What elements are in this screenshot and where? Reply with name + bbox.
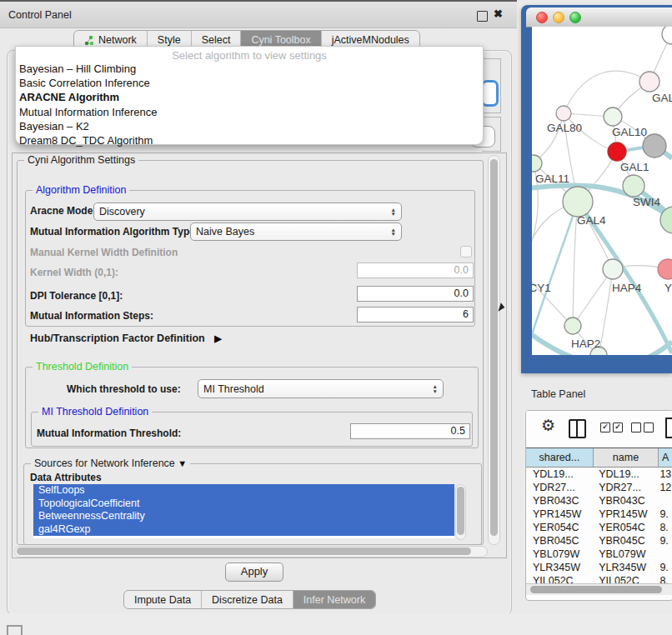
list-item[interactable]: gal4RGexp xyxy=(33,523,454,537)
which-threshold-select[interactable]: MI Threshold ▲▼ xyxy=(198,379,444,398)
deselect-checkbox-icon[interactable] xyxy=(631,422,641,432)
node-gal4[interactable] xyxy=(563,187,593,217)
select-all-checkbox-icon-2[interactable]: ✓ xyxy=(613,422,623,432)
table-panel-title: Table Panel xyxy=(531,388,585,400)
network-window-titlebar[interactable] xyxy=(526,8,672,28)
network-canvas[interactable]: GAL GAL80 GAL10 GAL1 GAL11 SWI4 GAL4 GCY… xyxy=(532,27,672,355)
mi-threshold-field[interactable]: 0.5 xyxy=(350,423,470,439)
dpi-tolerance-label: DPI Tolerance [0,1]: xyxy=(30,290,123,302)
deselect-checkbox-icon-2[interactable] xyxy=(644,422,654,432)
combo-value: Naive Bayes xyxy=(196,226,254,238)
apply-button[interactable]: Apply xyxy=(225,562,283,582)
bottom-strip xyxy=(0,613,672,635)
group-title: Algorithm Definition xyxy=(33,184,129,196)
node-swi4[interactable] xyxy=(623,175,644,197)
node-label: GAL10 xyxy=(612,126,647,138)
aracne-mode-label: Aracne Mode: xyxy=(30,205,96,217)
node-gal80[interactable] xyxy=(556,106,571,121)
mi-threshold-label: Mutual Information Threshold: xyxy=(37,428,181,439)
network-graph: GAL GAL80 GAL10 GAL1 GAL11 SWI4 GAL4 GCY… xyxy=(532,27,672,355)
mi-steps-label: Mutual Information Steps: xyxy=(30,310,153,322)
tab-discretize-data[interactable]: Discretize Data xyxy=(202,591,293,608)
minimized-panel-icon[interactable] xyxy=(7,625,23,635)
node-salmon[interactable] xyxy=(658,259,672,279)
focused-combo-fragment[interactable] xyxy=(481,80,499,107)
float-window-icon[interactable] xyxy=(477,11,488,22)
tab-impute-data[interactable]: Impute Data xyxy=(124,591,202,608)
dropdown-item[interactable]: Basic Correlation Inference xyxy=(16,76,483,90)
node-gal1[interactable] xyxy=(608,142,626,161)
dropdown-item[interactable]: Bayesian – Hill Climbing xyxy=(16,62,483,76)
table-row[interactable]: YDL19...YDL19...13 xyxy=(526,468,672,481)
column-layout-icon[interactable] xyxy=(569,419,586,438)
group-title: Threshold Definition xyxy=(33,361,132,372)
stepper-icon: ▲▼ xyxy=(386,228,396,237)
dropdown-item[interactable]: ARACNE Algorithm xyxy=(16,90,483,104)
column-header-name[interactable]: name xyxy=(594,448,659,467)
export-table-icon[interactable] xyxy=(665,418,672,438)
table-row[interactable]: YLR345WYLR345W9. xyxy=(526,561,672,574)
node-hap2[interactable] xyxy=(564,318,581,334)
manual-kernel-label: Manual Kernel Width Definition xyxy=(30,247,178,258)
node-label: GCY1 xyxy=(532,282,551,294)
gear-icon[interactable]: ⚙ xyxy=(541,416,555,435)
select-all-checkbox-icon[interactable]: ✓ xyxy=(600,422,610,432)
node-label: HAP2 xyxy=(571,338,600,350)
list-item[interactable]: BetweennessCentrality xyxy=(33,510,454,523)
settings-vertical-scrollbar[interactable] xyxy=(488,155,500,545)
app-window: Control Panel ✖ Network Style Select Cyn… xyxy=(0,0,672,635)
list-item[interactable]: TopologicalCoefficient xyxy=(33,498,454,511)
mi-type-label: Mutual Information Algorithm Type: xyxy=(30,226,198,238)
control-panel-title: Control Panel xyxy=(8,9,72,21)
node[interactable] xyxy=(662,27,672,44)
kernel-width-label: Kernel Width (0,1): xyxy=(30,267,118,278)
tab-infer-network[interactable]: Infer Network xyxy=(293,591,375,608)
node-gal10[interactable] xyxy=(604,108,622,126)
table-row[interactable]: YBL079WYBL079W xyxy=(526,548,672,561)
node-gal[interactable] xyxy=(639,72,659,92)
table-horizontal-scrollbar[interactable] xyxy=(526,583,672,595)
collapse-arrow-icon: ▼ xyxy=(178,458,187,468)
settings-horizontal-scrollbar[interactable] xyxy=(14,546,488,558)
zoom-traffic-light[interactable] xyxy=(569,12,581,23)
node-label: GAL1 xyxy=(620,161,649,173)
list-scrollbar[interactable] xyxy=(455,484,466,540)
table-row[interactable]: YBR045CYBR045C9. xyxy=(526,534,672,548)
tab-label: Network xyxy=(98,34,137,46)
column-header-shared-name[interactable]: shared... xyxy=(526,448,594,467)
tab-label: Style xyxy=(158,34,181,46)
table-row[interactable]: YER054CYER054C8. xyxy=(526,521,672,534)
node-label: GAL xyxy=(652,92,672,104)
list-item[interactable]: SelfLoops xyxy=(33,484,454,498)
minimize-traffic-light[interactable] xyxy=(553,12,564,23)
table-toolbar: ⚙ ✓ ✓ xyxy=(526,411,672,448)
table-row[interactable]: YBR043CYBR043C xyxy=(526,494,672,508)
mi-steps-field[interactable]: 6 xyxy=(357,307,474,322)
dropdown-item[interactable]: Bayesian – K2 xyxy=(16,119,483,133)
group-title: Cyni Algorithm Settings xyxy=(24,154,138,166)
network-icon xyxy=(84,35,94,46)
data-attributes-label: Data Attributes xyxy=(30,472,102,483)
kernel-width-field[interactable]: 0.0 xyxy=(357,262,474,278)
dropdown-item[interactable]: Dream8 DC_TDC Algorithm xyxy=(16,133,483,148)
dpi-tolerance-field[interactable]: 0.0 xyxy=(357,286,474,302)
manual-kernel-checkbox[interactable] xyxy=(460,246,472,258)
group-title: Sources for Network Inference ▼ xyxy=(31,458,190,469)
data-attributes-list: SelfLoops TopologicalCoefficient Between… xyxy=(33,484,454,538)
table-panel: ⚙ ✓ ✓ shared... name A YDL19...YDL19...1… xyxy=(525,410,672,601)
node-label: SWI4 xyxy=(633,196,660,208)
hub-definition-expander[interactable]: Hub/Transcription Factor Definition ▶ xyxy=(30,332,222,344)
tab-label: jActiveMNodules xyxy=(332,34,409,46)
close-traffic-light[interactable] xyxy=(536,12,548,23)
table-rows: YDL19...YDL19...13 YDR27...YDR27...12 YB… xyxy=(526,468,672,585)
dropdown-item[interactable]: Mutual Information Inference xyxy=(16,105,483,119)
node-hap4[interactable] xyxy=(603,259,623,279)
column-header-partial[interactable]: A xyxy=(659,448,672,467)
mi-type-select[interactable]: Naive Bayes ▲▼ xyxy=(190,222,402,241)
close-icon[interactable]: ✖ xyxy=(494,8,503,20)
node-label: Y xyxy=(664,282,672,294)
table-row[interactable]: YPR145WYPR145W9. xyxy=(526,508,672,521)
which-threshold-label: Which threshold to use: xyxy=(67,383,181,395)
aracne-mode-select[interactable]: Discovery ▲▼ xyxy=(93,202,402,221)
table-row[interactable]: YDR27...YDR27...12 xyxy=(526,481,672,494)
